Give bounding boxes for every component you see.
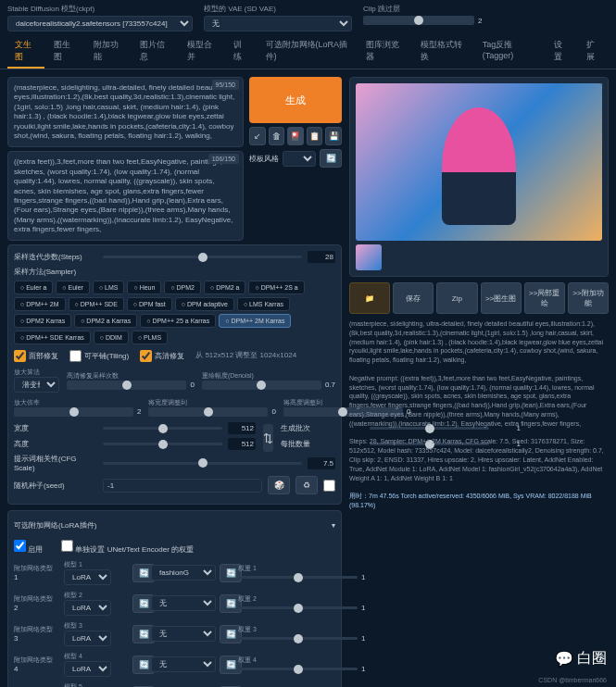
sampler-option[interactable]: ○ DPM2 a	[204, 281, 245, 294]
sampler-option[interactable]: ○ PLMS	[132, 331, 168, 344]
sampler-option[interactable]: ○ DPM++ 2M Karras	[219, 314, 291, 328]
lora-type-select[interactable]: LoRA	[64, 569, 111, 585]
lora-model-select[interactable]: 无	[151, 656, 216, 672]
sampler-option[interactable]: ○ DPM fast	[127, 297, 172, 311]
top-bar: Stable Diffusion 模型(ckpt) dalceforealist…	[0, 0, 616, 35]
prompt-positive[interactable]: 95/150 (masterpiece, sidelighting, ultra…	[7, 77, 244, 147]
output-image[interactable]	[356, 83, 602, 241]
tab-2[interactable]: 附加功能	[86, 35, 132, 69]
watermark: 💬 白圈	[555, 649, 607, 668]
steps-slider[interactable]	[103, 256, 302, 258]
clip-label: Clip 跳过层	[363, 4, 482, 14]
sampler-option[interactable]: ○ DPM2 a Karras	[74, 314, 137, 328]
to-extras-button[interactable]: >>附加功能	[568, 282, 609, 314]
pos-counter: 95/150	[212, 80, 239, 90]
sampler-option[interactable]: ○ DPM++ 2M	[14, 297, 66, 311]
clip-slider[interactable]	[363, 16, 474, 25]
denoise-slider[interactable]	[202, 381, 321, 390]
to-inpaint-button[interactable]: >>局部重绘	[524, 282, 565, 314]
hr-scale-slider[interactable]	[14, 407, 133, 417]
tab-9[interactable]: Tag反推(Tagger)	[475, 35, 546, 69]
lora-weight-slider[interactable]	[238, 637, 358, 640]
zip-button[interactable]: Zip	[436, 282, 477, 314]
vae-select[interactable]: 无	[204, 16, 352, 31]
folder-button[interactable]: 📁	[349, 282, 390, 314]
recycle-icon[interactable]: ♻	[295, 476, 318, 494]
refresh-style-icon[interactable]: 🔄	[320, 149, 342, 168]
hr-w-slider[interactable]	[148, 407, 268, 417]
tab-10[interactable]: 设置	[547, 35, 576, 69]
sampler-option[interactable]: ○ DPM2 Karras	[14, 314, 71, 328]
lora-weight-slider[interactable]	[238, 606, 358, 609]
tab-6[interactable]: 可选附加网络(LoRA插件)	[258, 35, 358, 69]
cfg-slider[interactable]	[103, 462, 302, 465]
ckpt-label: Stable Diffusion 模型(ckpt)	[7, 4, 193, 14]
lora-model-select[interactable]: 无	[151, 626, 216, 642]
tab-11[interactable]: 扩展	[579, 35, 609, 69]
seed-input[interactable]	[103, 479, 262, 493]
tab-3[interactable]: 图片信息	[132, 35, 178, 69]
generate-button[interactable]: 生成	[249, 77, 342, 123]
styles-icon[interactable]: 🎴	[287, 127, 304, 145]
sampler-option[interactable]: ○ Euler a	[14, 281, 53, 294]
style-select[interactable]	[283, 151, 316, 167]
sampler-option[interactable]: ○ Euler	[56, 281, 90, 294]
tab-1[interactable]: 图生图	[46, 35, 83, 69]
sampler-option[interactable]: ○ LMS Karras	[237, 297, 290, 311]
sampler-option[interactable]: ○ DPM2	[164, 281, 201, 294]
tiling-check[interactable]: 可平铺(Tiling)	[69, 350, 129, 362]
save-style-icon[interactable]: 💾	[325, 127, 342, 145]
lora-model-select[interactable]: 无	[151, 595, 216, 611]
chevron-down-icon[interactable]: ▾	[332, 521, 335, 530]
neg-counter: 106/150	[208, 154, 239, 164]
lora-type-select[interactable]: LoRA	[64, 661, 111, 677]
width-slider[interactable]	[103, 427, 222, 430]
sampler-option[interactable]: ○ DDIM	[94, 331, 129, 344]
arrow-icon[interactable]: ↙	[249, 127, 266, 145]
ckpt-select[interactable]: dalceforealistically2.safetensors [73355…	[7, 16, 193, 31]
hr-steps-slider[interactable]	[67, 381, 186, 390]
sampler-option[interactable]: ○ DPM++ SDE	[69, 297, 124, 311]
steps-label: 采样迭代步数(Steps)	[14, 252, 97, 262]
lora-enable-check[interactable]: 启用	[14, 540, 43, 555]
save-button[interactable]: 保存	[393, 282, 434, 314]
upscaler-select[interactable]: 潜变量	[14, 377, 59, 393]
sampler-option[interactable]: ○ LMS	[93, 281, 125, 294]
seed-extra-check[interactable]	[323, 480, 335, 492]
clipboard-icon[interactable]: 📋	[307, 127, 323, 145]
output-gallery: ✕	[349, 77, 609, 277]
tab-8[interactable]: 模型格式转换	[413, 35, 473, 69]
to-img2img-button[interactable]: >>图生图	[481, 282, 522, 314]
lora-weight-slider[interactable]	[238, 576, 358, 579]
steps-value: 28	[308, 251, 335, 263]
thumbnail[interactable]	[356, 244, 382, 270]
trash-icon[interactable]: 🗑	[269, 127, 285, 145]
generation-info: (masterpiece, sidelighting, ultra-detail…	[349, 319, 609, 510]
lora-unet-check[interactable]: 单独设置 UNet/Text Encoder 的权重	[61, 540, 194, 555]
lora-row: 附加网络类型2模型 2LoRA🔄无🔄权重 21	[14, 591, 335, 616]
lora-row: 附加网络类型5模型 5LoRA🔄无🔄权重 51	[14, 682, 335, 687]
tab-5[interactable]: 训练	[226, 35, 256, 69]
tab-0[interactable]: 文生图	[7, 35, 44, 69]
prompt-negative[interactable]: 106/150 ((extra feet)),3,feet,more than …	[7, 151, 244, 241]
credit: CSDN @timberman666	[538, 677, 607, 683]
sampler-option[interactable]: ○ DPM adaptive	[175, 297, 234, 311]
sampler-label: 采样方法(Sampler)	[14, 267, 335, 277]
sampler-option[interactable]: ○ Heun	[127, 281, 161, 294]
lora-weight-slider[interactable]	[238, 668, 358, 670]
lora-model-select[interactable]: fashionG	[151, 565, 216, 581]
sampler-option[interactable]: ○ DPM++ SDE Karras	[14, 331, 91, 344]
swap-dims-button[interactable]: ⇅	[263, 424, 273, 452]
dice-icon[interactable]: 🎲	[268, 476, 290, 494]
sampler-option[interactable]: ○ DPM++ 2S a	[248, 281, 304, 294]
style-label: 模板风格	[249, 154, 279, 164]
lora-type-select[interactable]: LoRA	[64, 631, 111, 646]
lora-row: 附加网络类型3模型 3LoRA🔄无🔄权重 31	[14, 621, 335, 646]
tab-7[interactable]: 图库浏览器	[358, 35, 411, 69]
tab-4[interactable]: 模型合并	[180, 35, 225, 69]
lora-type-select[interactable]: LoRA	[64, 600, 111, 616]
sampler-option[interactable]: ○ DPM++ 25 a Karras	[140, 314, 216, 328]
face-check[interactable]: 面部修复	[14, 350, 58, 362]
height-slider[interactable]	[103, 443, 222, 445]
hires-check[interactable]: 高清修复	[140, 350, 184, 362]
